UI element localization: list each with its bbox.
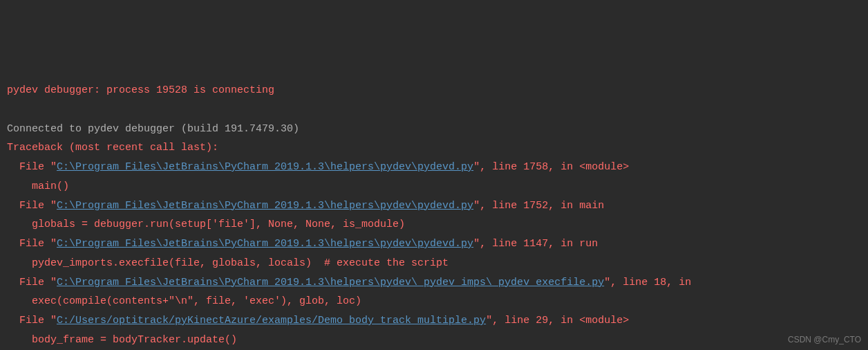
- frame-suffix: ", line 29, in <module>: [486, 315, 629, 326]
- traceback-header: Traceback (most recent call last):: [7, 142, 218, 154]
- file-link[interactable]: C:/Users/optitrack/pyKinectAzure/example…: [57, 315, 486, 326]
- file-link[interactable]: C:\Program Files\JetBrains\PyCharm 2019.…: [57, 161, 473, 173]
- frame-prefix: File ": [19, 277, 57, 288]
- frame-suffix: ", line 1758, in <module>: [473, 161, 629, 173]
- code-line: main(): [7, 177, 69, 196]
- blank-line: [7, 104, 13, 116]
- console-output[interactable]: pydev debugger: process 19528 is connect…: [7, 81, 861, 350]
- code-line: pydev_imports.execfile(file, globals, lo…: [7, 254, 449, 273]
- file-link[interactable]: C:\Program Files\JetBrains\PyCharm 2019.…: [57, 200, 473, 212]
- frame-prefix: File ": [19, 238, 57, 250]
- frame-suffix: ", line 18, in: [604, 277, 697, 288]
- code-line: exec(compile(contents+"\n", file, 'exec'…: [7, 292, 361, 311]
- frame-suffix: ", line 1147, in run: [473, 238, 598, 250]
- code-line: globals = debugger.run(setup['file'], No…: [7, 215, 405, 234]
- frame-prefix: File ": [19, 161, 57, 173]
- file-link[interactable]: C:\Program Files\JetBrains\PyCharm 2019.…: [57, 238, 473, 250]
- connected-line: Connected to pydev debugger (build 191.7…: [7, 123, 299, 135]
- file-link[interactable]: C:\Program Files\JetBrains\PyCharm 2019.…: [57, 277, 604, 288]
- frame-suffix: ", line 1752, in main: [473, 200, 604, 212]
- frame-prefix: File ": [19, 200, 57, 212]
- frame-prefix: File ": [19, 315, 57, 326]
- code-line: body_frame = bodyTracker.update(): [7, 331, 237, 350]
- watermark: CSDN @Cmy_CTO: [788, 332, 861, 347]
- debugger-connect-line: pydev debugger: process 19528 is connect…: [7, 84, 274, 96]
